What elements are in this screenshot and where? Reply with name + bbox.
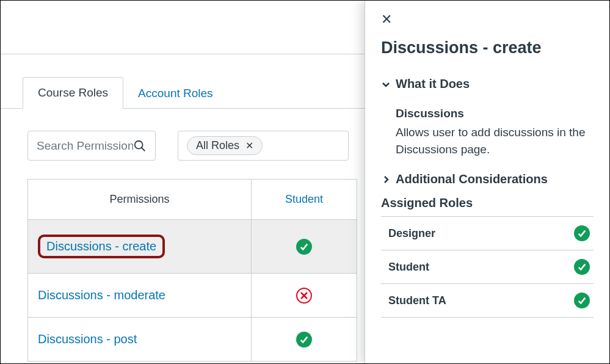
filter-chip[interactable]: All Roles ✕ — [187, 136, 263, 155]
table-row: Discussions - moderate — [28, 274, 357, 318]
table-row: Discussions - post — [28, 318, 357, 362]
tab-label: Course Roles — [38, 86, 108, 99]
allowed-icon — [296, 239, 312, 255]
permission-cell[interactable]: Discussions - moderate — [28, 274, 252, 317]
accordion-label: Additional Considerations — [396, 172, 548, 186]
column-header-role[interactable]: Student — [252, 180, 357, 220]
chevron-down-icon — [381, 79, 391, 89]
role-name: Designer — [388, 227, 435, 240]
tab-course-roles[interactable]: Course Roles — [23, 77, 123, 109]
close-icon[interactable]: ✕ — [245, 141, 253, 151]
table-header-row: Permissions Student — [28, 180, 357, 220]
panel-title: Discussions - create — [381, 38, 594, 57]
assigned-role-row: Student TA — [381, 284, 594, 318]
svg-line-1 — [142, 147, 145, 151]
permission-cell[interactable]: Discussions - post — [28, 318, 252, 361]
assigned-roles-heading: Assigned Roles — [381, 196, 594, 210]
assigned-role-row: Designer — [381, 217, 594, 250]
search-icon — [133, 139, 147, 153]
permission-link[interactable]: Discussions - create — [38, 235, 165, 258]
assigned-role-row: Student — [381, 250, 594, 284]
accordion-label: What it Does — [396, 77, 470, 91]
permissions-table: Permissions Student Discussions - create… — [27, 179, 357, 362]
chevron-right-icon — [381, 175, 391, 184]
allowed-icon — [574, 225, 590, 241]
header-blank — [1, 1, 365, 54]
search-input[interactable] — [37, 139, 133, 153]
permission-link[interactable]: Discussions - post — [38, 332, 137, 346]
permission-cell[interactable]: Discussions - create — [28, 220, 252, 273]
denied-icon — [296, 288, 312, 304]
role-name: Student — [388, 261, 429, 274]
permission-link[interactable]: Discussions - moderate — [38, 288, 165, 302]
chip-label: All Roles — [196, 139, 239, 152]
main-content: Course Roles Account Roles All Roles ✕ P… — [1, 1, 365, 364]
filter-row: All Roles ✕ — [27, 131, 365, 161]
description-text: Allows user to add discussions in the Di… — [396, 124, 594, 158]
roles-filter[interactable]: All Roles ✕ — [178, 131, 349, 161]
details-panel: ✕ Discussions - create What it Does Disc… — [365, 1, 609, 364]
allowed-icon — [574, 293, 590, 308]
additional-considerations-toggle[interactable]: Additional Considerations — [381, 169, 594, 190]
close-button[interactable]: ✕ — [381, 12, 396, 27]
tabs: Course Roles Account Roles — [1, 76, 365, 109]
column-header-permissions: Permissions — [28, 180, 252, 220]
status-cell[interactable] — [252, 274, 357, 317]
search-box[interactable] — [27, 131, 156, 161]
svg-point-0 — [135, 140, 143, 148]
discussions-heading: Discussions — [396, 107, 594, 120]
assigned-roles-list: Designer Student Student TA — [381, 216, 594, 318]
role-name: Student TA — [388, 294, 446, 307]
status-cell[interactable] — [252, 220, 357, 273]
tab-label: Account Roles — [138, 87, 213, 100]
allowed-icon — [574, 259, 590, 275]
status-cell[interactable] — [252, 318, 357, 361]
allowed-icon — [296, 332, 312, 348]
table-row: Discussions - create — [28, 220, 357, 274]
tab-account-roles[interactable]: Account Roles — [123, 78, 228, 109]
what-it-does-toggle[interactable]: What it Does — [381, 73, 594, 95]
